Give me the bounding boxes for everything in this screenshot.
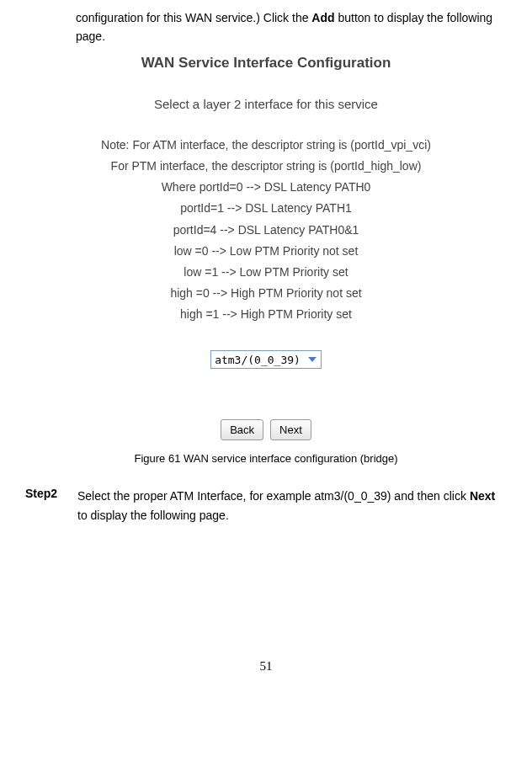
- intro-paragraph: configuration for this WAN service.) Cli…: [76, 8, 507, 46]
- note-line: high =0 --> High PTM Priority not set: [25, 283, 507, 304]
- step-body: Select the proper ATM Interface, for exa…: [77, 487, 507, 525]
- step-next-bold: Next: [470, 489, 495, 503]
- panel-title: WAN Service Interface Configuration: [25, 55, 507, 72]
- step-text-prefix: Select the proper ATM Interface, for exa…: [77, 489, 470, 503]
- step-label: Step2: [25, 487, 62, 500]
- note-line: For PTM interface, the descriptor string…: [25, 156, 507, 177]
- next-button[interactable]: Next: [270, 419, 311, 440]
- note-line: portId=1 --> DSL Latency PATH1: [25, 198, 507, 219]
- config-panel: WAN Service Interface Configuration Sele…: [25, 55, 507, 441]
- note-block: Note: For ATM interface, the descriptor …: [25, 135, 507, 326]
- figure-caption: Figure 61 WAN service interface configur…: [25, 452, 507, 465]
- note-line: low =1 --> Low PTM Priority set: [25, 262, 507, 283]
- dropdown-value: atm3/(0_0_39): [215, 354, 306, 366]
- interface-dropdown[interactable]: atm3/(0_0_39): [210, 350, 322, 369]
- note-line: portId=4 --> DSL Latency PATH0&1: [25, 220, 507, 241]
- note-line: high =1 --> High PTM Priority set: [25, 304, 507, 325]
- page-number: 51: [25, 659, 507, 674]
- note-line: Where portId=0 --> DSL Latency PATH0: [25, 177, 507, 198]
- step-text-suffix: to display the following page.: [77, 509, 229, 522]
- panel-subtitle: Select a layer 2 interface for this serv…: [25, 97, 507, 111]
- add-bold: Add: [311, 11, 334, 24]
- button-row: Back Next: [25, 419, 507, 440]
- intro-prefix: configuration for this WAN service.) Cli…: [76, 11, 311, 24]
- step-row: Step2 Select the proper ATM Interface, f…: [25, 487, 507, 525]
- note-line: low =0 --> Low PTM Priority not set: [25, 241, 507, 262]
- note-line: Note: For ATM interface, the descriptor …: [25, 135, 507, 156]
- back-button[interactable]: Back: [221, 419, 263, 440]
- chevron-down-icon: [306, 353, 319, 366]
